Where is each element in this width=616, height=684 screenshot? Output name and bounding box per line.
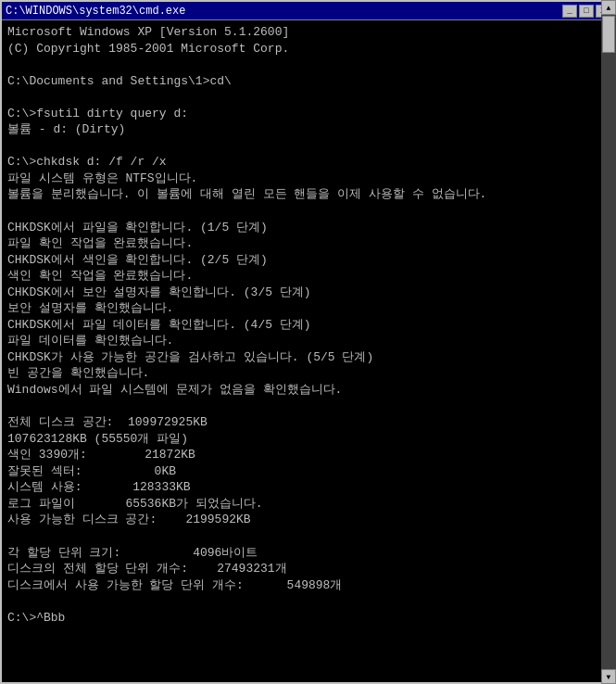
scroll-down-button[interactable]: ▼ — [601, 669, 614, 682]
terminal-text: Microsoft Windows XP [Version 5.1.2600] … — [7, 24, 609, 626]
title-bar-text: C:\WINDOWS\system32\cmd.exe — [6, 5, 185, 18]
maximize-button[interactable]: □ — [579, 5, 594, 18]
minimize-button[interactable]: _ — [562, 5, 577, 18]
window-title: C:\WINDOWS\system32\cmd.exe — [6, 5, 185, 18]
terminal-content[interactable]: Microsoft Windows XP [Version 5.1.2600] … — [2, 20, 614, 682]
cmd-window: C:\WINDOWS\system32\cmd.exe _ □ X Micros… — [0, 0, 616, 684]
title-bar: C:\WINDOWS\system32\cmd.exe _ □ X — [2, 2, 614, 20]
scroll-thumb[interactable] — [602, 20, 614, 53]
scroll-track — [601, 20, 614, 669]
scrollbar[interactable]: ▲ ▼ — [601, 20, 614, 682]
